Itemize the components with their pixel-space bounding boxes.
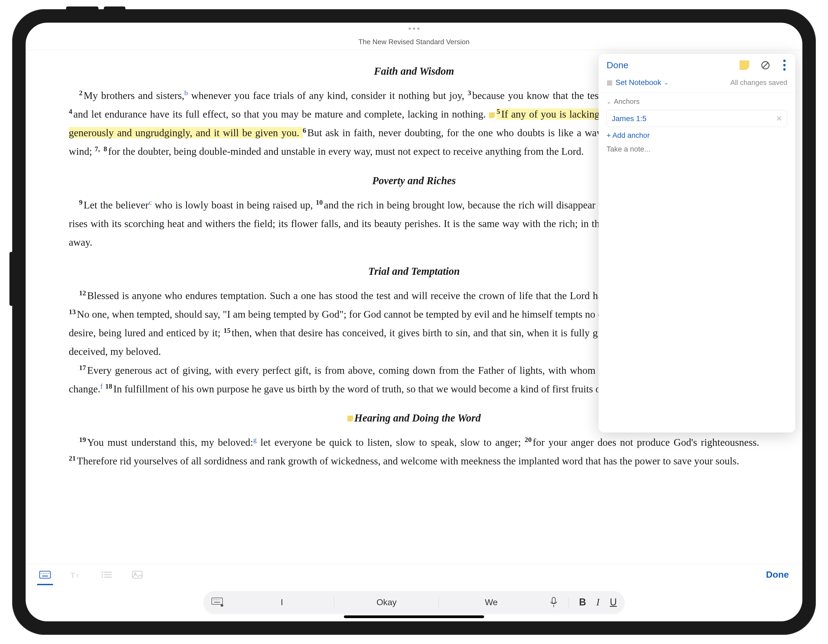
keyboard-tab-icon[interactable] [39,570,51,579]
svg-text:T: T [76,573,79,579]
keyboard-suggestion-bar: I Okay We B I U [204,591,624,613]
verse-number: 7, [95,145,100,153]
verse-number: 12 [79,289,86,297]
footnote-marker[interactable]: c [149,199,152,206]
note-panel: Done ▦ Set Notebook ⌄ All changes saved [599,54,795,432]
verse-number: 6 [303,127,306,134]
verse-number: 3 [468,89,471,97]
microphone-icon[interactable] [549,597,558,608]
note-marker-icon[interactable] [347,415,353,421]
svg-point-15 [102,574,102,575]
footnote-marker[interactable]: f [100,382,103,390]
list-icon[interactable] [100,570,113,579]
chevron-down-icon: ⌄ [664,79,669,86]
tablet-frame: The New Revised Standard Version Faith a… [12,9,816,635]
anchor-reference: James 1:5 [612,114,646,123]
suggestion-3[interactable]: We [439,591,543,613]
footnote-marker[interactable]: g [253,436,257,443]
verse-number: 18 [105,382,112,390]
svg-line-1 [763,63,768,68]
suggestion-1[interactable]: I [229,591,334,613]
verse-number: 9 [79,199,83,206]
no-entry-icon[interactable] [761,60,770,70]
divider [569,597,569,607]
verse-number: 2 [79,89,83,97]
verse-number: 4 [69,108,72,116]
italic-button[interactable]: I [596,597,599,608]
drag-handle-icon[interactable] [409,28,419,30]
paragraph[interactable]: 19You must understand this, my beloved:g… [69,433,759,470]
note-marker-icon[interactable] [489,112,495,118]
verse-number: 5 [497,108,500,116]
footnote-marker[interactable]: b [185,89,188,97]
kebab-menu-icon[interactable] [782,60,787,71]
close-icon[interactable]: ✕ [776,114,782,123]
suggestion-2[interactable]: Okay [334,591,439,613]
chevron-down-icon: ⌄ [607,99,611,105]
verse-number: 21 [69,454,76,462]
screen: The New Revised Standard Version Faith a… [26,23,802,621]
note-subheader: ▦ Set Notebook ⌄ All changes saved [599,75,795,92]
verse-number: 17 [79,364,86,371]
svg-rect-27 [552,597,555,603]
verse-number: 10 [316,199,323,206]
bottom-toolbar: TT Done [26,564,802,585]
anchor-chip[interactable]: James 1:5 ✕ [607,110,787,127]
save-status: All changes saved [730,78,787,87]
verse-number: 13 [69,308,76,316]
svg-point-14 [102,572,102,572]
document-title: The New Revised Standard Version [26,34,802,50]
underline-button[interactable]: U [610,597,617,608]
done-button[interactable]: Done [607,60,629,71]
text-format-icon[interactable]: TT [70,570,82,579]
keyboard-dismiss-icon[interactable] [211,597,224,607]
image-icon[interactable] [131,570,143,579]
verse-number: 8 [104,145,107,153]
toolbar-done-button[interactable]: Done [766,569,789,580]
add-anchor-button[interactable]: + Add anchor [607,131,787,140]
verse-number: 20 [525,436,532,443]
bold-button[interactable]: B [579,597,586,608]
anchors-toggle[interactable]: ⌄ Anchors [607,97,787,106]
svg-point-16 [102,577,102,577]
home-indicator[interactable] [344,616,484,618]
anchors-section: ⌄ Anchors James 1:5 ✕ + Add anchor [599,92,795,140]
note-panel-header: Done [599,54,795,75]
notebook-icon: ▦ [607,79,613,86]
verse-number: 15 [224,327,231,334]
note-textarea[interactable] [599,140,795,432]
verse-number: 19 [79,436,86,443]
note-color-icon[interactable] [740,60,749,70]
physical-button-side [9,252,13,306]
svg-rect-19 [212,598,223,604]
svg-point-26 [221,604,223,606]
physical-buttons-top [66,6,125,10]
svg-text:T: T [71,571,75,579]
svg-rect-2 [40,571,50,578]
set-notebook-button[interactable]: ▦ Set Notebook ⌄ [607,78,669,87]
